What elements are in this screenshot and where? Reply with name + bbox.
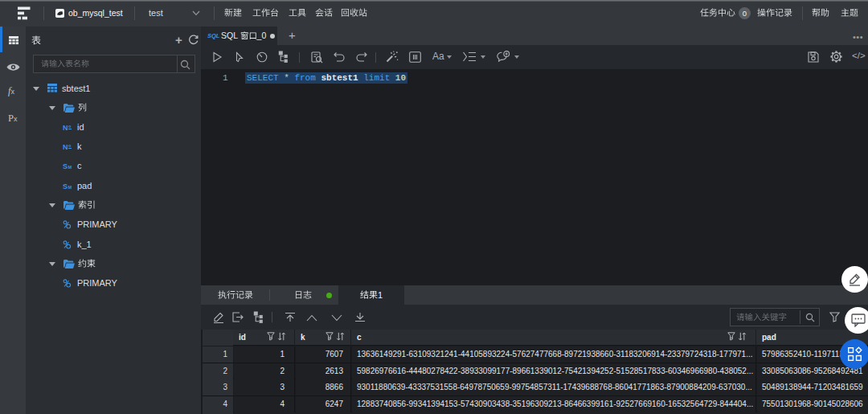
svg-text:N: N	[63, 123, 68, 131]
svg-text:M: M	[68, 184, 72, 189]
svg-text:o: o	[68, 143, 72, 148]
svg-text:M: M	[68, 165, 72, 170]
svg-text:S: S	[63, 162, 68, 170]
svg-text:o: o	[68, 124, 72, 129]
svg-text:S: S	[63, 182, 68, 190]
svg-text:N: N	[63, 143, 68, 151]
